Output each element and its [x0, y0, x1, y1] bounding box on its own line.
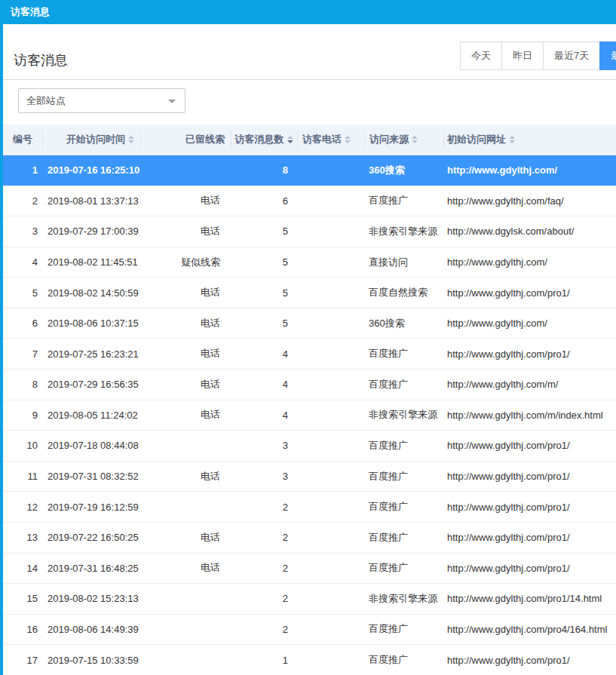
cell-no: 4 — [3, 247, 42, 278]
cell-phone — [297, 186, 364, 216]
table-row[interactable]: 112019-07-31 08:32:52电话3百度推广http://www.g… — [3, 461, 616, 492]
table-row[interactable]: 122019-07-19 16:12:592百度推广http://www.gdy… — [3, 491, 616, 522]
cell-source: 百度推广 — [364, 462, 443, 492]
cell-clue — [140, 431, 231, 461]
table-row[interactable]: 62019-08-06 10:37:15电话5360搜索http://www.g… — [3, 308, 616, 339]
cell-phone — [297, 431, 364, 461]
table-row[interactable]: 162019-08-06 14:49:392百度推广http://www.gdy… — [3, 614, 616, 645]
cell-phone — [297, 615, 364, 645]
cell-time: 2019-07-29 16:56:35 — [42, 370, 140, 400]
table-row[interactable]: 52019-08-02 14:50:59电话5百度自然搜索http://www.… — [3, 277, 616, 308]
cell-messages: 3 — [231, 431, 297, 461]
cell-url: http://www.dgylsk.com/about/ — [443, 216, 616, 247]
cell-time: 2019-08-05 11:24:02 — [42, 400, 140, 431]
site-select-value: 全部站点 — [26, 94, 66, 108]
main-panel: 访客消息 今天昨日最近7天最近30天 全部站点 编号开始访问时间已留线索访客消息… — [0, 24, 616, 675]
table-row[interactable]: 92019-08-05 11:24:02电话4非搜索引擎来源http://www… — [3, 400, 616, 431]
cell-time: 2019-07-31 16:48:25 — [42, 554, 140, 584]
cell-clue: 电话 — [140, 523, 231, 553]
top-bar: 访客消息 — [0, 0, 616, 24]
table-row[interactable]: 72019-07-25 16:23:21电话4百度推广http://www.gd… — [3, 338, 616, 369]
cell-clue — [140, 645, 231, 675]
sort-icon — [509, 136, 515, 143]
cell-time: 2019-07-29 17:00:39 — [42, 216, 140, 247]
cell-clue: 电话 — [140, 278, 231, 308]
table-row[interactable]: 152019-08-02 15:23:132非搜索引擎来源http://www.… — [3, 583, 616, 614]
cell-url: http://www.gdylthj.com/pro1/ — [443, 339, 616, 369]
cell-url: http://www.gdylthj.com/pro1/ — [443, 554, 616, 584]
cell-messages: 6 — [231, 186, 297, 216]
range-button-1[interactable]: 昨日 — [501, 41, 544, 70]
column-header-label: 访客消息数 — [235, 133, 284, 146]
chevron-down-icon — [168, 100, 176, 103]
cell-url: http://www.gdylthj.com/pro1/14.html — [443, 584, 616, 614]
filter-section: 全部站点 — [3, 80, 616, 124]
range-button-3[interactable]: 最近30天 — [599, 41, 616, 70]
cell-source: 百度推广 — [364, 554, 443, 584]
cell-time: 2019-08-01 13:37:13 — [42, 186, 140, 216]
cell-no: 2 — [3, 186, 42, 216]
range-button-0[interactable]: 今天 — [460, 41, 502, 70]
cell-url: http://www.gdylthj.com/faq/ — [443, 186, 616, 216]
cell-no: 3 — [3, 216, 42, 247]
cell-no: 7 — [3, 339, 42, 369]
cell-url: http://www.gdylthj.com/pro1/ — [443, 492, 616, 522]
table-row[interactable]: 32019-07-29 17:00:39电话5非搜索引擎来源http://www… — [3, 216, 616, 247]
cell-phone — [297, 400, 364, 431]
cell-no: 8 — [3, 370, 42, 400]
cell-clue: 电话 — [140, 339, 231, 369]
cell-messages: 5 — [231, 278, 297, 308]
sort-icon — [412, 136, 418, 143]
cell-no: 12 — [3, 492, 42, 522]
cell-time: 2019-08-02 15:23:13 — [42, 584, 140, 614]
column-header-5[interactable]: 访问来源 — [364, 124, 443, 155]
cell-messages: 5 — [231, 308, 297, 339]
cell-no: 1 — [3, 155, 42, 186]
cell-source: 百度推广 — [364, 645, 443, 675]
column-header-1[interactable]: 开始访问时间 — [42, 124, 140, 155]
cell-url: http://www.gdylthj.com/ — [443, 155, 616, 186]
cell-phone — [297, 492, 364, 522]
cell-source: 非搜索引擎来源 — [364, 400, 443, 431]
cell-url: http://www.gdylthj.com/m/index.html — [443, 400, 616, 431]
cell-no: 15 — [3, 584, 42, 614]
site-select-dropdown[interactable]: 全部站点 — [18, 88, 185, 113]
cell-no: 17 — [3, 645, 42, 675]
cell-phone — [297, 645, 364, 675]
cell-source: 百度推广 — [364, 339, 443, 369]
cell-messages: 8 — [231, 155, 297, 186]
cell-source: 百度推广 — [364, 492, 443, 522]
cell-time: 2019-08-02 14:50:59 — [42, 278, 140, 308]
table-row[interactable]: 82019-07-29 16:56:35电话4百度推广http://www.gd… — [3, 369, 616, 400]
table-row[interactable]: 102019-07-18 08:44:083百度推广http://www.gdy… — [3, 430, 616, 461]
cell-messages: 2 — [231, 492, 297, 522]
column-header-3[interactable]: 访客消息数 — [231, 124, 297, 155]
cell-clue — [140, 492, 231, 522]
table-row[interactable]: 142019-07-31 16:48:25电话2百度推广http://www.g… — [3, 553, 616, 584]
cell-source: 360搜索 — [364, 308, 443, 339]
cell-source: 百度推广 — [364, 523, 443, 553]
cell-url: http://www.gdylthj.com/pro4/164.html — [443, 615, 616, 645]
range-button-2[interactable]: 最近7天 — [543, 41, 600, 70]
cell-url: http://www.gdylthj.com/pro1/ — [443, 462, 616, 492]
cell-source: 百度推广 — [364, 186, 443, 216]
column-header-4[interactable]: 访客电话 — [297, 124, 364, 155]
cell-messages: 4 — [231, 400, 297, 431]
sort-icon — [287, 136, 293, 143]
cell-messages: 4 — [231, 370, 297, 400]
table-row[interactable]: 132019-07-22 16:50:25电话2百度推广http://www.g… — [3, 522, 616, 553]
cell-clue: 疑似线索 — [140, 247, 231, 278]
table-row[interactable]: 12019-07-16 16:25:108360搜索http://www.gdy… — [3, 155, 616, 186]
cell-time: 2019-07-31 08:32:52 — [42, 462, 140, 492]
cell-clue: 电话 — [140, 400, 231, 431]
cell-phone — [297, 462, 364, 492]
window-title: 访客消息 — [11, 5, 50, 19]
table-row[interactable]: 172019-07-15 10:33:591百度推广http://www.gdy… — [3, 644, 616, 675]
cell-no: 5 — [3, 278, 42, 308]
cell-no: 11 — [3, 462, 42, 492]
cell-phone — [297, 370, 364, 400]
table-row[interactable]: 42019-08-02 11:45:51疑似线索5直接访问http://www.… — [3, 247, 616, 278]
cell-phone — [297, 155, 364, 186]
column-header-6[interactable]: 初始访问网址 — [443, 124, 616, 155]
table-row[interactable]: 22019-08-01 13:37:13电话6百度推广http://www.gd… — [3, 186, 616, 216]
